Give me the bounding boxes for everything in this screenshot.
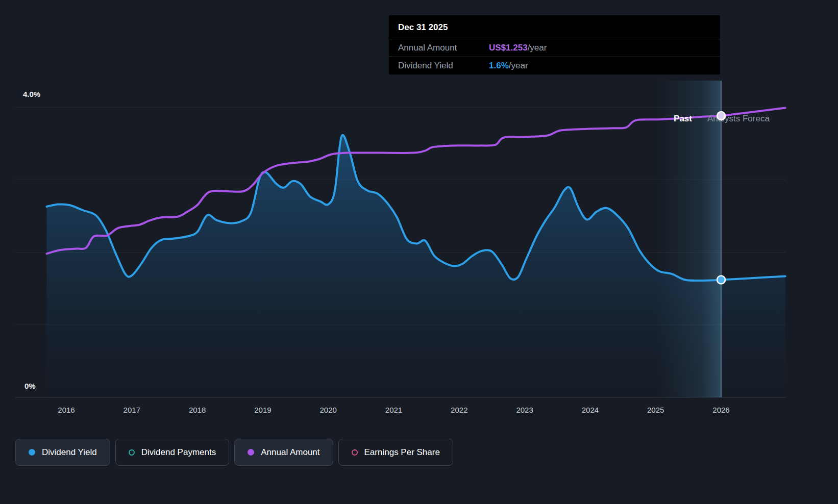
x-tick-label: 2017 <box>114 406 150 414</box>
y-axis-label-top: 4.0% <box>23 90 40 98</box>
legend-label: Dividend Payments <box>141 447 216 458</box>
tooltip-value-suffix: /year <box>528 43 547 53</box>
x-tick-label: 2020 <box>310 406 346 414</box>
legend-annual-amount[interactable]: Annual Amount <box>234 439 333 466</box>
legend-filled-circle-icon <box>248 449 254 456</box>
legend-filled-circle-icon <box>29 449 35 456</box>
tooltip-label: Dividend Yield <box>398 61 489 71</box>
forecast-band <box>656 81 721 397</box>
x-tick-label: 2018 <box>180 406 215 414</box>
y-axis-label-bottom: 0% <box>24 382 36 390</box>
x-tick-label: 2023 <box>507 406 543 414</box>
x-tick-label: 2016 <box>48 406 84 414</box>
x-tick-label: 2024 <box>572 406 608 414</box>
x-tick-label: 2025 <box>638 406 674 414</box>
tooltip-row-annual-amount: Annual Amount US$1.253/year <box>389 39 720 57</box>
legend-open-circle-icon <box>129 449 135 456</box>
past-label: Past <box>674 114 692 123</box>
chart-canvas: Past Analysts Foreca <box>0 0 838 504</box>
tooltip-label: Annual Amount <box>398 43 489 53</box>
tooltip-value-number: US$1.253 <box>489 43 528 53</box>
legend-dividend-yield[interactable]: Dividend Yield <box>15 439 110 466</box>
legend-open-circle-icon <box>352 449 358 456</box>
tooltip-value-suffix: /year <box>509 61 528 70</box>
tooltip-value-number: 1.6% <box>489 61 509 70</box>
marker-annual-amount <box>717 112 725 120</box>
tooltip-value: US$1.253/year <box>489 43 547 53</box>
tooltip-value: 1.6%/year <box>489 61 528 71</box>
x-tick-label: 2021 <box>376 406 412 414</box>
x-tick-label: 2019 <box>245 406 281 414</box>
tooltip-date: Dec 31 2025 <box>389 15 720 39</box>
tooltip-row-dividend-yield: Dividend Yield 1.6%/year <box>389 57 720 74</box>
legend-label: Earnings Per Share <box>364 447 440 458</box>
legend-earnings-per-share[interactable]: Earnings Per Share <box>338 439 453 466</box>
legend-label: Annual Amount <box>261 447 319 458</box>
tooltip: Dec 31 2025 Annual Amount US$1.253/year … <box>389 15 720 74</box>
x-tick-label: 2026 <box>703 406 739 414</box>
x-tick-label: 2022 <box>441 406 477 414</box>
legend-label: Dividend Yield <box>42 447 97 458</box>
marker-dividend-yield <box>717 276 725 284</box>
legend-dividend-payments[interactable]: Dividend Payments <box>115 439 229 466</box>
dividend-chart-panel: Past Analysts Foreca 4.0% 0% 20162017201… <box>0 0 838 504</box>
legend: Dividend YieldDividend PaymentsAnnual Am… <box>15 439 453 466</box>
